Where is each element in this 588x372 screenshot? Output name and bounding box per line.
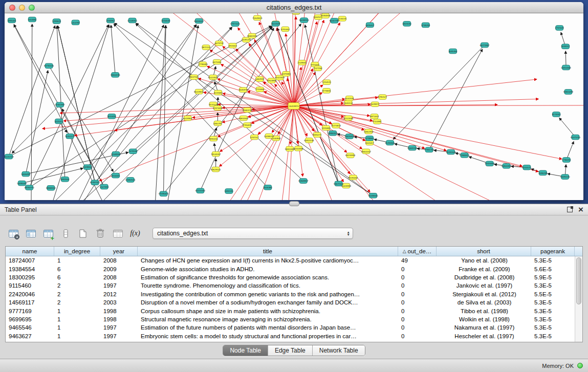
svg-text:6234043: 6234043 [162, 19, 170, 22]
combo-arrows-icon: ▲ ▼ [347, 231, 350, 236]
table-row[interactable]: 1872400712008Changes of HCN gene express… [6, 256, 582, 265]
svg-text:7479590: 7479590 [128, 150, 137, 152]
cell-name: 9777169 [6, 308, 54, 314]
svg-text:6765463: 6765463 [281, 28, 290, 31]
svg-text:4527393: 4527393 [100, 186, 108, 188]
svg-text:54285091: 54285091 [17, 182, 27, 185]
table-body: 1872400712008Changes of HCN gene express… [6, 256, 582, 342]
close-window-button[interactable] [9, 5, 15, 11]
svg-text:45441130: 45441130 [407, 147, 417, 149]
cell-name: 9465546 [6, 324, 54, 331]
column-header-short[interactable]: short [437, 247, 531, 256]
svg-text:5391445: 5391445 [8, 19, 16, 22]
new-table-button[interactable] [76, 227, 90, 240]
table-tabbar: Node TableEdge TableNetwork Table [0, 342, 588, 359]
delete-table-button[interactable] [93, 227, 107, 240]
cell-pagerank: 5.3E-5 [531, 333, 575, 339]
table-row[interactable]: 1830029562008Estimation of significance … [6, 273, 582, 281]
table-row[interactable]: 977716911998Corpus callosum shape and si… [6, 307, 582, 315]
svg-text:1736233: 1736233 [562, 159, 571, 161]
import-table-button[interactable] [111, 227, 125, 240]
table-row[interactable]: 1938455462009Genome-wide association stu… [6, 265, 582, 273]
table-source-select[interactable]: citations_edges.txt ▲ ▼ [153, 228, 353, 239]
float-panel-button[interactable] [567, 207, 573, 212]
svg-text:9991658: 9991658 [209, 138, 218, 140]
cell-in_degree: 2 [54, 282, 100, 289]
svg-text:7110985: 7110985 [373, 120, 382, 123]
network-canvas[interactable]: 1641887056401043212208535274653191948384… [5, 13, 583, 200]
cell-in_degree: 1 [54, 308, 100, 314]
table-row[interactable]: 911546021997Tourette syndrome. Phenomeno… [6, 281, 582, 290]
cell-year: 2008 [100, 274, 138, 280]
svg-text:2054445: 2054445 [112, 174, 120, 177]
svg-text:84233994: 84233994 [345, 154, 356, 157]
svg-text:92291349: 92291349 [446, 151, 456, 154]
svg-text:94820499: 94820499 [563, 91, 574, 93]
svg-text:86656007: 86656007 [194, 20, 204, 23]
svg-text:2621929: 2621929 [271, 23, 280, 25]
cell-out_degree: 0 [398, 324, 437, 331]
svg-text:8174063: 8174063 [552, 113, 561, 116]
svg-text:5019964: 5019964 [183, 117, 192, 120]
svg-text:77786485: 77786485 [198, 63, 208, 65]
table-row[interactable]: 1456911722003Disruption of a novel membe… [6, 298, 582, 307]
column-header-name[interactable]: name [6, 247, 54, 256]
svg-text:65848807: 65848807 [298, 180, 309, 182]
cell-name: 9699695 [6, 316, 54, 322]
cell-pagerank: 5.3E-5 [531, 324, 575, 331]
column-header-title[interactable]: title [138, 247, 398, 256]
cell-in_degree: 1 [54, 316, 100, 322]
row-options-button[interactable] [58, 227, 73, 240]
cell-short: Nakamura et al. (1997) [437, 324, 531, 331]
tab-node-table[interactable]: Node Table [223, 345, 268, 356]
scrollbar-thumb[interactable] [576, 257, 581, 304]
svg-text:6542328: 6542328 [345, 97, 354, 100]
svg-text:2720684: 2720684 [255, 88, 264, 91]
svg-text:35590407: 35590407 [348, 177, 358, 179]
cell-in_degree: 1 [54, 324, 100, 331]
show-columns-button[interactable] [24, 227, 38, 240]
cell-year: 1997 [100, 333, 138, 339]
network-canvas-area[interactable]: 1641887056401043212208535274653191948384… [5, 13, 583, 200]
rows-icon [63, 229, 68, 238]
table-source-value: citations_edges.txt [157, 230, 347, 237]
svg-text:74495530: 74495530 [560, 176, 571, 178]
svg-text:2149665: 2149665 [298, 61, 307, 64]
svg-text:66273967: 66273967 [480, 44, 490, 47]
column-settings-button[interactable] [6, 227, 20, 240]
table-row[interactable]: 969969511998Structural magnetic resonanc… [6, 315, 582, 323]
network-window[interactable]: citations_edges.txt 16418870564010432122… [5, 2, 583, 200]
column-header-pagerank[interactable]: pagerank [531, 247, 575, 256]
tab-edge-table[interactable]: Edge Table [268, 345, 312, 356]
svg-text:38968332: 38968332 [46, 187, 56, 189]
minimize-window-button[interactable] [19, 5, 25, 11]
cell-title: Changes of HCN gene expression and I(f) … [138, 257, 398, 264]
close-panel-button[interactable]: × [578, 207, 583, 212]
table-row[interactable]: 946554611997Estimation of the future num… [6, 323, 582, 332]
table-tabs: Node TableEdge TableNetwork Table [223, 345, 365, 356]
svg-text:80123329: 80123329 [208, 76, 219, 79]
tab-network-table[interactable]: Network Table [312, 345, 365, 356]
table-scrollbar[interactable] [575, 256, 582, 342]
cell-in_degree: 6 [54, 274, 100, 280]
cell-pagerank: 5.5E-5 [531, 291, 575, 297]
table-row[interactable]: 2242004622012Investigating the contribut… [6, 290, 582, 298]
splitter-handle[interactable] [289, 201, 299, 206]
table-header-row: namein_degreeyeartitle△out_de…shortpager… [6, 247, 582, 256]
zoom-window-button[interactable] [29, 5, 35, 11]
network-window-titlebar[interactable]: citations_edges.txt [5, 2, 583, 13]
column-header-out_degree[interactable]: △out_de… [398, 247, 437, 256]
svg-text:52973395: 52973395 [213, 107, 223, 110]
svg-text:61292601: 61292601 [385, 142, 395, 144]
table-row[interactable]: 946362711997Embryonic stem cells: a mode… [6, 332, 582, 340]
create-column-button[interactable]: + [41, 227, 55, 240]
column-header-in_degree[interactable]: in_degree [54, 247, 100, 256]
svg-text:74394948: 74394948 [320, 14, 331, 17]
cell-pagerank: 5.9E-5 [531, 274, 575, 280]
svg-text:3992064: 3992064 [61, 178, 70, 181]
function-builder-button[interactable]: f(x) [128, 227, 142, 240]
svg-text:2491595: 2491595 [225, 190, 233, 192]
svg-text:65855534: 65855534 [304, 139, 314, 142]
svg-text:93677201: 93677201 [334, 183, 344, 185]
column-header-year[interactable]: year [100, 247, 138, 256]
